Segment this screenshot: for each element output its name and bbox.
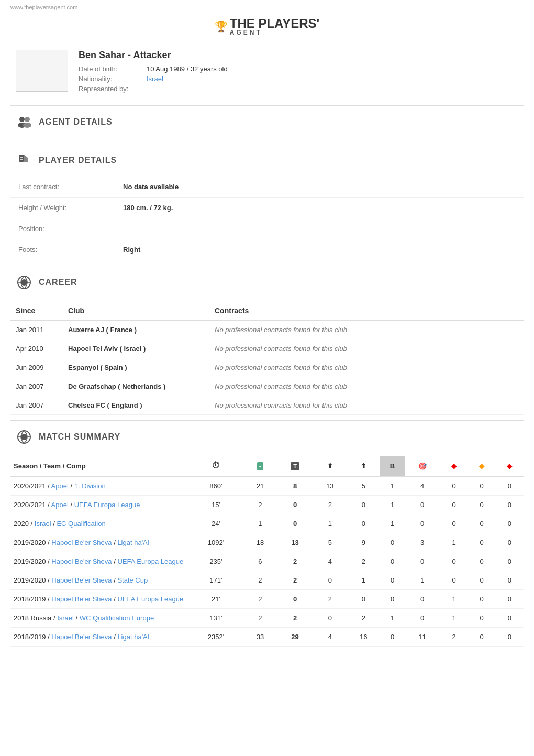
match-goals: 2	[313, 590, 347, 609]
col-goals: ⬆	[313, 456, 347, 476]
height-weight-label: Height / Weight:	[10, 198, 115, 218]
match-team[interactable]: Israel	[57, 614, 74, 622]
match-comp[interactable]: UEFA Europa League	[117, 595, 183, 603]
match-d1: 1	[440, 609, 468, 628]
match-d2: 0	[468, 590, 496, 609]
match-t: 8	[277, 476, 313, 496]
dob-row: Date of birth: 10 Aug 1989 / 32 years ol…	[79, 65, 518, 73]
match-d3: 0	[496, 571, 524, 590]
agent-details-title: AGENT DETAILS	[39, 117, 113, 127]
match-d2: 0	[468, 533, 496, 552]
col-target: 🎯	[405, 456, 440, 476]
match-t: 13	[277, 533, 313, 552]
match-b: 1	[380, 609, 404, 628]
match-comp[interactable]: UEFA Europa League	[117, 557, 183, 565]
match-b: 0	[380, 533, 404, 552]
match-time: 2352'	[188, 628, 243, 647]
match-goals: 0	[313, 609, 347, 628]
match-season-cell: 2020/2021 / Apoel / UEFA Europa League	[10, 496, 188, 514]
match-team[interactable]: Hapoel Be'er Sheva	[51, 576, 112, 584]
match-d1: 0	[440, 571, 468, 590]
match-d1: 0	[440, 552, 468, 571]
dob-text: 10 Aug 1989	[147, 65, 185, 73]
match-row: 2018/2019 / Hapoel Be'er Sheva / UEFA Eu…	[10, 590, 524, 609]
match-t: 2	[277, 609, 313, 628]
match-time: 131'	[188, 609, 243, 628]
match-apps: 2	[243, 609, 277, 628]
player-details-header: PLAYER DETAILS	[10, 144, 524, 177]
match-row: 2020 / Israel / EC Qualification 24' 1 0…	[10, 514, 524, 533]
col-d3: ◆	[496, 456, 524, 476]
match-comp[interactable]: Ligat ha'Al	[117, 539, 149, 546]
match-team[interactable]: Israel	[35, 520, 51, 528]
match-season-cell: 2019/2020 / Hapoel Be'er Sheva / State C…	[10, 571, 188, 590]
position-label: Position:	[10, 218, 115, 239]
match-team[interactable]: Hapoel Be'er Sheva	[51, 557, 112, 565]
foots-label: Foots:	[10, 239, 115, 260]
match-apps: 2	[243, 590, 277, 609]
career-contracts: No professional contracts found for this…	[209, 339, 524, 358]
player-details-title: PLAYER DETAILS	[39, 156, 117, 165]
match-d1: 0	[440, 514, 468, 533]
match-d3: 0	[496, 628, 524, 647]
website-url: www.theplayersagent.com	[10, 4, 77, 10]
nationality-value: Israel	[147, 75, 163, 83]
match-comp[interactable]: Ligat ha'Al	[117, 633, 149, 641]
svg-rect-4	[19, 155, 24, 162]
match-apps: 18	[243, 533, 277, 552]
agent-icon	[16, 114, 32, 130]
match-season-cell: 2018/2019 / Hapoel Be'er Sheva / UEFA Eu…	[10, 590, 188, 609]
match-target: 0	[405, 552, 440, 571]
match-d2: 0	[468, 552, 496, 571]
logo-top: 🏆 THE PLAYERS' AGENT	[215, 17, 320, 36]
match-goals: 4	[313, 552, 347, 571]
match-goals: 13	[313, 476, 347, 496]
match-comp[interactable]: WC Qualification Europe	[80, 614, 154, 622]
match-summary-header-row: Season / Team / Comp ⏱ ▪ T ⬆ ⬆ B 🎯 ◆ ◆ ◆	[10, 456, 524, 476]
agent-details-section: AGENT DETAILS	[10, 106, 524, 138]
svg-point-3	[23, 123, 31, 128]
match-d3: 0	[496, 533, 524, 552]
logo-area: 🏆 THE PLAYERS' AGENT	[0, 15, 534, 39]
match-team[interactable]: Apoel	[51, 482, 69, 490]
match-season: 2018/2019	[14, 595, 46, 603]
career-title: CAREER	[39, 278, 77, 287]
match-d1: 1	[440, 533, 468, 552]
match-comp[interactable]: UEFA Europa League	[74, 501, 140, 509]
match-season: 2018/2019	[14, 633, 46, 641]
nationality-link[interactable]: Israel	[147, 75, 163, 83]
match-target: 0	[405, 590, 440, 609]
match-season-cell: 2019/2020 / Hapoel Be'er Sheva / Ligat h…	[10, 533, 188, 552]
agent-details-header: AGENT DETAILS	[10, 106, 524, 138]
match-d1: 2	[440, 628, 468, 647]
match-t: 2	[277, 552, 313, 571]
match-team[interactable]: Apoel	[51, 501, 69, 509]
match-team[interactable]: Hapoel Be'er Sheva	[51, 539, 112, 546]
career-header-row: Since Club Contracts	[10, 301, 524, 321]
match-d3: 0	[496, 514, 524, 533]
match-time: 24'	[188, 514, 243, 533]
match-d3: 0	[496, 609, 524, 628]
match-target: 1	[405, 571, 440, 590]
career-club: Hapoel Tel Aviv ( Israel )	[63, 339, 209, 358]
match-team[interactable]: Hapoel Be'er Sheva	[51, 633, 112, 641]
career-since: Jan 2011	[10, 321, 63, 339]
match-target: 3	[405, 533, 440, 552]
match-comp[interactable]: State Cup	[117, 576, 148, 584]
match-time: 860'	[188, 476, 243, 496]
dob-value: 10 Aug 1989 / 32 years old	[147, 65, 228, 73]
match-comp[interactable]: 1. Division	[74, 482, 106, 490]
col-time: ⏱	[188, 456, 243, 476]
player-info: Ben Sahar - Attacker Date of birth: 10 A…	[79, 50, 518, 95]
trophy-icon: 🏆	[215, 20, 228, 33]
match-assists: 0	[347, 590, 380, 609]
match-row: 2018/2019 / Hapoel Be'er Sheva / Ligat h…	[10, 628, 524, 647]
career-row: Jun 2009 Espanyol ( Spain ) No professio…	[10, 358, 524, 377]
dob-slash: /	[187, 65, 191, 73]
match-assists: 2	[347, 552, 380, 571]
match-comp[interactable]: EC Qualification	[57, 520, 105, 528]
col-season: Season / Team / Comp	[10, 456, 188, 476]
match-b: 1	[380, 476, 404, 496]
match-team[interactable]: Hapoel Be'er Sheva	[51, 595, 112, 603]
match-summary-section: MATCH SUMMARY Season / Team / Comp ⏱ ▪ T…	[10, 421, 524, 647]
